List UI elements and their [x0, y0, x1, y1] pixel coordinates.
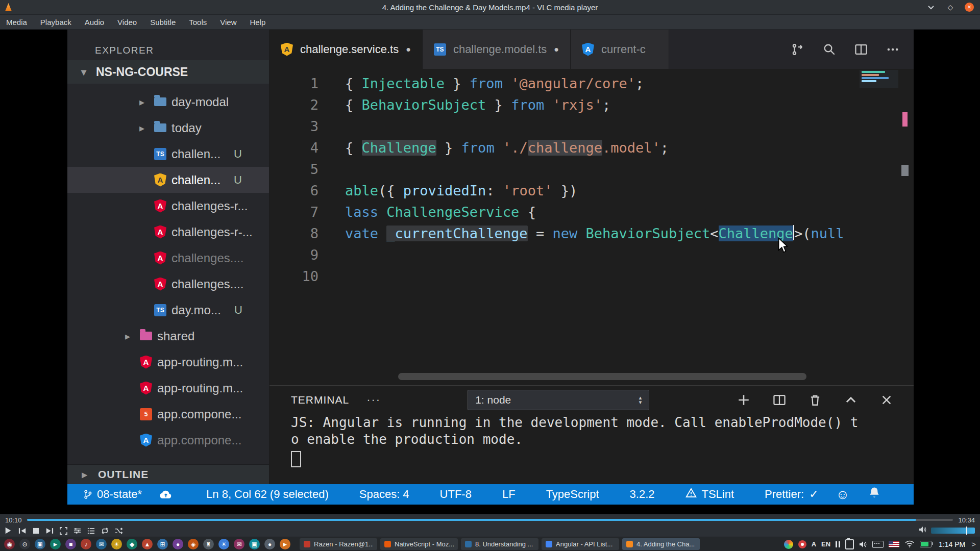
launcher-icon-11[interactable]: ⊞ — [157, 539, 168, 549]
taskbar-window-4-adding-the-cha[interactable]: 4. Adding the Cha... — [622, 538, 700, 550]
terminal-selector-dropdown[interactable]: 1: node ▴▾ — [468, 390, 649, 410]
taskbar-window-8-understanding[interactable]: 8. Understanding ... — [461, 538, 538, 550]
previous-button[interactable] — [18, 528, 27, 534]
launcher-icon-2[interactable]: ⊙ — [19, 539, 30, 549]
launcher-icon-10[interactable]: ▲ — [142, 539, 153, 549]
minimize-button[interactable] — [926, 2, 936, 12]
volume-icon[interactable] — [859, 541, 867, 548]
status-lf[interactable]: LF — [502, 488, 516, 501]
us-flag-icon[interactable] — [889, 541, 899, 547]
maximize-panel-icon[interactable] — [844, 393, 857, 407]
tree-item-day-modal-0[interactable]: ▸day-modal — [67, 89, 269, 115]
tree-item-today-1[interactable]: ▸today — [67, 115, 269, 141]
launcher-icon-6[interactable]: ♪ — [81, 539, 91, 549]
tray-expand-chevron[interactable]: > — [971, 540, 976, 548]
maximize-button[interactable]: ◇ — [945, 2, 955, 12]
stop-button[interactable] — [33, 528, 39, 534]
launcher-icon-4[interactable]: ► — [50, 539, 61, 549]
tree-item-day-mo-8[interactable]: TSday.mo...U — [67, 297, 269, 323]
clipboard-icon[interactable] — [845, 539, 854, 549]
launcher-icon-17[interactable]: ▣ — [249, 539, 260, 549]
taskbar-window-razen-razen-1[interactable]: Razen - Razen@1... — [300, 538, 377, 550]
launcher-icon-12[interactable]: ● — [173, 539, 183, 549]
keyboard-layout-indicator[interactable]: EN — [821, 540, 830, 548]
clock[interactable]: 1:14 PM — [939, 540, 965, 548]
menu-media[interactable]: Media — [6, 18, 27, 27]
status-typescript[interactable]: TypeScript — [546, 488, 599, 501]
split-editor-icon[interactable] — [854, 43, 868, 56]
tree-item-challenges-7[interactable]: Achallenges.... — [67, 271, 269, 297]
notifications-bell-icon[interactable] — [869, 487, 880, 502]
tree-root-folder[interactable]: ▾ NS-NG-COURSE — [67, 60, 269, 84]
tree-item-app-routing-m-10[interactable]: Aapp-routing.m... — [67, 349, 269, 375]
fullscreen-button[interactable] — [60, 527, 67, 535]
video-display-area[interactable]: EXPLORER ▾ NS-NG-COURSE ▸day-modal▸today… — [0, 30, 980, 514]
menu-view[interactable]: View — [220, 18, 236, 27]
status-ln-8-col-62-9-selected[interactable]: Ln 8, Col 62 (9 selected) — [206, 488, 329, 501]
tree-item-app-compone-13[interactable]: Aapp.compone... — [67, 427, 269, 453]
tray-notification-icon[interactable] — [798, 540, 806, 548]
tray-app-icon[interactable]: A — [812, 540, 816, 548]
status-spaces-4[interactable]: Spaces: 4 — [359, 488, 409, 501]
tab-challenge-model-ts[interactable]: TSchallenge.model.ts● — [423, 30, 571, 69]
code-editor[interactable]: 1{ Injectable } from '@angular/core';2{ … — [270, 69, 914, 385]
random-button[interactable] — [115, 527, 122, 535]
sync-changes-button[interactable] — [159, 489, 173, 500]
tree-item-challen-3[interactable]: Achallen...U — [67, 167, 269, 193]
menu-tools[interactable]: Tools — [189, 18, 207, 27]
seek-slider[interactable] — [27, 519, 953, 521]
menu-audio[interactable]: Audio — [85, 18, 104, 27]
status-utf-8[interactable]: UTF-8 — [440, 488, 472, 501]
extended-settings-button[interactable] — [74, 527, 81, 535]
tree-item-challen-2[interactable]: TSchallen...U — [67, 141, 269, 167]
launcher-icon-13[interactable]: ◈ — [188, 539, 199, 549]
keyboard-icon[interactable] — [872, 541, 884, 548]
tree-item-challenges-r-5[interactable]: Achallenges-r-... — [67, 219, 269, 245]
battery-icon[interactable] — [920, 541, 932, 547]
tree-item-app-compone-12[interactable]: 5app.compone... — [67, 401, 269, 427]
terminal-more-button[interactable]: ··· — [366, 393, 381, 407]
git-compare-icon[interactable] — [791, 43, 804, 56]
launcher-icon-19[interactable]: ► — [280, 539, 290, 549]
launcher-icon-3[interactable]: ▣ — [35, 539, 45, 549]
tree-item-challenges-r-4[interactable]: Achallenges-r... — [67, 193, 269, 219]
close-button[interactable]: × — [965, 3, 974, 12]
volume-slider[interactable] — [931, 528, 975, 534]
tray-pinwheel-icon[interactable] — [784, 540, 793, 549]
launcher-icon-18[interactable]: ● — [264, 539, 275, 549]
tab-current-c[interactable]: Acurrent-c — [571, 30, 669, 69]
menu-help[interactable]: Help — [250, 18, 266, 27]
open-preview-icon[interactable] — [823, 43, 836, 56]
launcher-icon-8[interactable]: ☀ — [111, 539, 122, 549]
loop-button[interactable] — [101, 527, 109, 535]
kill-terminal-icon[interactable] — [808, 393, 822, 407]
next-button[interactable] — [45, 528, 54, 534]
horizontal-scrollbar[interactable] — [398, 373, 806, 380]
status-tslint[interactable]: TSLint — [685, 488, 734, 501]
tree-item-shared-9[interactable]: ▸shared — [67, 323, 269, 349]
launcher-icon-14[interactable]: ♜ — [203, 539, 214, 549]
status-prettier[interactable]: Prettier:✓ — [765, 488, 818, 501]
launcher-icon-5[interactable]: ■ — [65, 539, 76, 549]
status-3-2-2[interactable]: 3.2.2 — [630, 488, 655, 501]
close-panel-icon[interactable] — [880, 393, 893, 407]
taskbar-window-angular-api-list[interactable]: Angular - API List... — [542, 538, 619, 550]
split-terminal-icon[interactable] — [773, 393, 786, 407]
tree-item-app-routing-m-11[interactable]: Aapp-routing.m... — [67, 375, 269, 401]
tree-item-challenges-6[interactable]: Achallenges.... — [67, 245, 269, 271]
more-actions-icon[interactable] — [886, 43, 899, 56]
launcher-icon-16[interactable]: ✉ — [234, 539, 244, 549]
feedback-smiley-icon[interactable]: ☺ — [836, 488, 849, 501]
playlist-button[interactable] — [87, 527, 95, 535]
new-terminal-icon[interactable] — [737, 393, 750, 407]
launcher-icon-9[interactable]: ◆ — [127, 539, 137, 549]
launcher-icon-1[interactable]: ◉ — [4, 539, 15, 549]
media-pause-icon[interactable] — [836, 541, 840, 547]
outline-section-header[interactable]: ▸ OUTLINE — [67, 464, 269, 484]
minimap[interactable] — [860, 70, 898, 88]
menu-video[interactable]: Video — [117, 18, 137, 27]
launcher-icon-7[interactable]: ✉ — [96, 539, 107, 549]
menu-playback[interactable]: Playback — [40, 18, 71, 27]
tab-challenge-service-ts[interactable]: Achallenge.service.ts● — [270, 30, 423, 69]
taskbar-window-nativescript-moz[interactable]: NativeScript - Moz... — [380, 538, 458, 550]
